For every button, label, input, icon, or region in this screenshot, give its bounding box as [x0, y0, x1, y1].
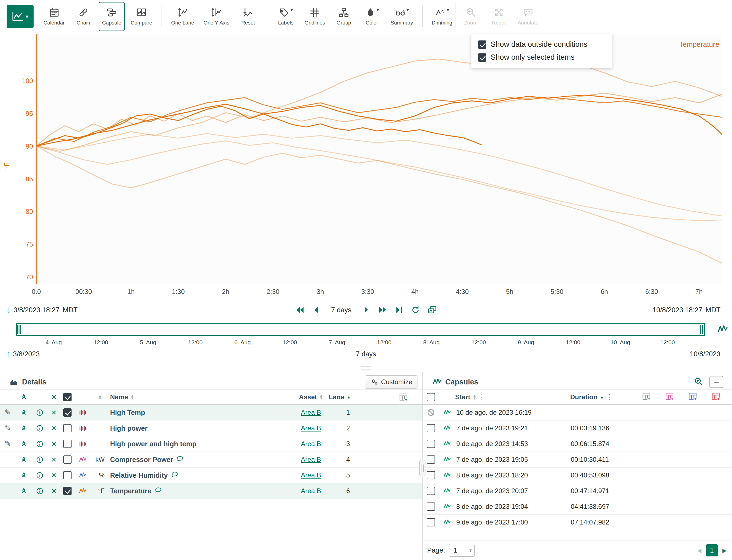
capsule-row[interactable]: 10 de ago. de 2023 16:19: [423, 405, 732, 420]
info-icon[interactable]: [32, 425, 47, 432]
comment-icon[interactable]: [176, 455, 184, 464]
step-to-end-button[interactable]: [394, 306, 404, 314]
asset-link[interactable]: Area B: [301, 471, 321, 479]
start-column-header[interactable]: Start▲▼⋮: [455, 393, 566, 401]
add-column-button[interactable]: [367, 392, 422, 402]
navigate-column-icon[interactable]: [15, 393, 32, 401]
capsule-checkbox[interactable]: [427, 440, 435, 448]
collapse-panel-button[interactable]: [709, 376, 723, 388]
navigate-icon[interactable]: [15, 409, 32, 416]
sort-icon[interactable]: ▲▼: [319, 394, 323, 400]
info-icon[interactable]: [32, 409, 47, 416]
range-slider-track[interactable]: [16, 323, 705, 336]
toolbar-one-lane-button[interactable]: One Lane: [168, 2, 197, 31]
navigate-icon[interactable]: [15, 456, 32, 463]
add-condition-column-button[interactable]: [688, 392, 697, 403]
remove-icon[interactable]: [47, 410, 61, 415]
toolbar-zoom-button[interactable]: Zoom: [458, 2, 484, 31]
capsule-row[interactable]: 9 de ago. de 2023 17:00 07:14:07.982: [423, 515, 732, 530]
edit-icon[interactable]: ✎: [4, 409, 11, 416]
capsule-row[interactable]: 7 de ago. de 2023 19:21 00:03:19.136: [423, 420, 732, 436]
remove-icon[interactable]: [47, 472, 61, 478]
toolbar-annotate-button[interactable]: Annotate: [514, 2, 542, 31]
toolbar-group-button[interactable]: Group: [331, 2, 356, 31]
dimming-option-outside-conditions[interactable]: Show data outside conditions: [478, 40, 605, 49]
item-name[interactable]: Temperature: [107, 487, 293, 496]
details-row[interactable]: °F Temperature Area B 6: [0, 483, 422, 499]
capsule-row[interactable]: 8 de ago. de 2023 18:20 00:40:53.098: [423, 468, 732, 483]
row-checkbox[interactable]: [63, 440, 72, 448]
toolbar-labels-button[interactable]: ▾ Labels: [273, 2, 298, 31]
edit-icon[interactable]: ✎: [4, 440, 11, 448]
next-page-button[interactable]: ▸: [722, 545, 726, 555]
remove-all-icon[interactable]: [47, 394, 61, 400]
navigate-icon[interactable]: [15, 425, 32, 432]
row-checkbox[interactable]: [63, 487, 72, 495]
toolbar-reset-zoom-button[interactable]: Reset: [486, 2, 512, 31]
sort-icon[interactable]: ▲▼: [98, 394, 102, 400]
remove-icon[interactable]: [47, 425, 61, 431]
row-checkbox[interactable]: [63, 424, 72, 432]
asset-link[interactable]: Area B: [301, 424, 321, 432]
capsule-checkbox[interactable]: [427, 455, 435, 464]
details-row[interactable]: % Relative Humidity Area B 5: [0, 468, 422, 483]
toolbar-one-y-axis-button[interactable]: One Y-Axis: [200, 2, 233, 31]
info-icon[interactable]: [32, 487, 47, 495]
customize-button[interactable]: Customize: [365, 375, 417, 389]
name-column-header[interactable]: Name▲▼: [107, 393, 293, 401]
toolbar-dimming-button[interactable]: ▾ Dimming: [429, 2, 455, 31]
step-back-large-button[interactable]: [295, 306, 305, 314]
toolbar-summary-button[interactable]: ▾ Summary: [387, 2, 416, 31]
info-icon[interactable]: [32, 472, 47, 479]
edit-icon[interactable]: ✎: [4, 424, 11, 432]
info-icon[interactable]: [32, 440, 47, 448]
remove-icon[interactable]: [47, 441, 61, 447]
row-checkbox[interactable]: [63, 455, 72, 464]
step-back-button[interactable]: [312, 306, 321, 314]
horizontal-splitter[interactable]: [0, 366, 732, 372]
item-name[interactable]: Relative Humidity: [107, 471, 293, 480]
vertical-splitter-grip[interactable]: [419, 460, 425, 476]
sort-icon[interactable]: ▲▼: [473, 394, 476, 400]
remove-icon[interactable]: [47, 488, 61, 494]
sort-icon[interactable]: ▲▼: [130, 394, 134, 400]
asset-link[interactable]: Area B: [301, 409, 321, 416]
asset-column-header[interactable]: Asset▲▼: [293, 393, 329, 401]
item-name[interactable]: High power: [107, 424, 293, 432]
details-row[interactable]: ✎ High Temp Area B 1: [0, 405, 422, 420]
details-row[interactable]: ✎ High power Area B 2: [0, 420, 422, 436]
toolbar-chain-button[interactable]: Chain: [71, 2, 96, 31]
capsule-row[interactable]: 7 de ago. de 2023 20:07 00:47:14.971: [423, 483, 732, 499]
toolbar-capsule-button[interactable]: Capsule: [99, 2, 125, 31]
current-page-button[interactable]: 1: [706, 544, 718, 556]
select-all-checkbox[interactable]: [63, 393, 72, 401]
comment-icon[interactable]: [171, 471, 179, 480]
capsule-row[interactable]: 9 de ago. de 2023 14:53 00:06:15.874: [423, 436, 732, 452]
page-select[interactable]: 1 ▾: [449, 544, 475, 557]
select-all-capsules-checkbox[interactable]: [427, 393, 435, 401]
add-metric-column-button[interactable]: [711, 392, 720, 403]
comment-icon[interactable]: [155, 487, 162, 496]
toolbar-gridlines-button[interactable]: Gridlines: [301, 2, 328, 31]
column-menu-icon[interactable]: ⋮: [479, 393, 485, 401]
duration-column-header[interactable]: Duration▲⋮: [566, 393, 641, 401]
capsule-row[interactable]: 8 de ago. de 2023 19:04 04:41:38.697: [423, 499, 732, 515]
capsule-checkbox[interactable]: [427, 502, 435, 511]
step-forward-large-button[interactable]: [378, 306, 387, 314]
app-logo-button[interactable]: ▾: [7, 5, 34, 28]
capsule-row[interactable]: 7 de ago. de 2023 19:05 00:10:30.411: [423, 452, 732, 468]
navigate-icon[interactable]: [15, 472, 32, 479]
toolbar-compare-button[interactable]: Compare: [127, 2, 155, 31]
item-name[interactable]: Compressor Power: [107, 455, 293, 464]
lane-column-header[interactable]: Lane▲: [329, 393, 367, 401]
refresh-button[interactable]: [411, 306, 420, 314]
capsule-checkbox[interactable]: [427, 518, 435, 526]
navigate-icon[interactable]: [15, 487, 32, 495]
capsule-checkbox[interactable]: [427, 487, 435, 495]
info-icon[interactable]: [32, 456, 47, 463]
dimming-option-selected-items[interactable]: Show only selected items: [478, 53, 605, 62]
remove-icon[interactable]: [47, 457, 61, 462]
capsule-time-button[interactable]: [427, 306, 437, 314]
item-name[interactable]: High Temp: [107, 409, 293, 417]
splitter-grip-icon[interactable]: [361, 367, 371, 370]
